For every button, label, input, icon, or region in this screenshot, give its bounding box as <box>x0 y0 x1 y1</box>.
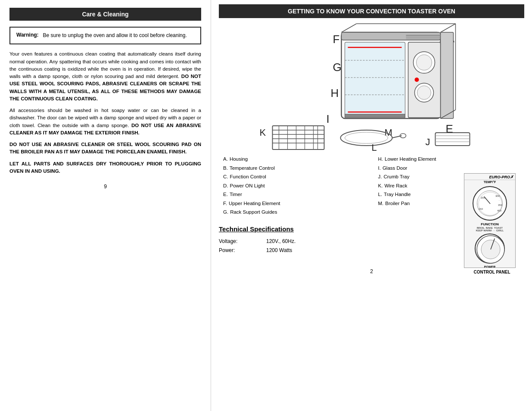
label-L-text: L <box>372 142 377 151</box>
paragraph-2: All accessories should be washed in hot … <box>9 107 201 137</box>
svg-text:400: 400 <box>497 209 502 212</box>
spec-value: 1200 Watts <box>266 246 292 255</box>
function-label: FUNCTION <box>464 222 515 226</box>
part-name: Housing <box>230 155 248 164</box>
control-panel-label: CONTROL PANEL <box>464 270 520 274</box>
part-item: B.Temperature Control <box>223 164 370 173</box>
part-name: Crumb Tray <box>383 173 409 181</box>
svg-rect-24 <box>273 126 324 149</box>
svg-point-36 <box>345 132 388 143</box>
paragraph-3: DO NOT USE AN ABRASIVE CLEANER OR STEEL … <box>9 141 201 156</box>
part-letter: D. <box>223 182 228 190</box>
part-item: A.Housing <box>223 155 370 164</box>
part-letter: I. <box>378 164 381 173</box>
part-item: I.Glass Door <box>378 164 525 173</box>
power-label-text: POWER <box>464 265 515 268</box>
label-E: E <box>446 122 453 135</box>
svg-point-20 <box>415 78 419 82</box>
part-letter: M. <box>378 199 384 208</box>
right-panel: GETTING TO KNOW YOUR CONVECTION TOASTER … <box>211 0 532 411</box>
spec-label: Voltage: <box>219 237 253 246</box>
svg-text:350: 350 <box>498 204 503 206</box>
svg-point-19 <box>417 86 431 100</box>
part-item: C.Function Control <box>223 173 370 181</box>
part-letter: L. <box>378 190 383 199</box>
part-letter: B. <box>223 164 228 173</box>
part-name: Broiler Pan <box>385 199 410 208</box>
svg-rect-9 <box>345 114 405 118</box>
svg-line-3 <box>342 24 357 32</box>
part-letter: A. <box>223 155 228 164</box>
svg-text:150: 150 <box>479 208 483 210</box>
right-bottom-area: A.HousingH.Lower Heating ElementB.Temper… <box>219 155 524 274</box>
temp-dial: 200 300 350 400 150 · · <box>473 186 507 221</box>
part-name: Timer <box>230 190 242 199</box>
part-name: Lower Heating Element <box>385 155 436 164</box>
part-name: Wire Rack <box>384 182 407 190</box>
svg-rect-2 <box>441 32 454 118</box>
part-name: Upper Heating Element <box>229 199 280 208</box>
label-I: I <box>327 112 330 125</box>
part-letter: E. <box>223 190 228 199</box>
oven-diagram-svg: F G H I A B C D E <box>219 22 524 151</box>
part-name: Function Control <box>230 173 266 181</box>
part-name: Glass Door <box>383 164 408 173</box>
part-item: E.Timer <box>223 190 370 199</box>
function-options2: KEEP WARM· ·GRILL <box>464 229 515 232</box>
part-name: Temperature Control <box>230 164 275 173</box>
spec-value: 120V., 60Hz. <box>266 237 296 246</box>
brand-label: EURO-PRO✗ <box>464 174 515 180</box>
part-letter: G. <box>223 208 228 217</box>
svg-line-4 <box>441 24 456 32</box>
part-item: D.Power ON Light <box>223 182 370 190</box>
paragraph-4: LET ALL PARTS AND SURFACES DRY THOROUGHL… <box>9 160 201 175</box>
part-name: Power ON Light <box>230 182 265 190</box>
part-name: Tray Handle <box>384 190 411 199</box>
warning-text: Be sure to unplug the oven and allow it … <box>43 32 187 39</box>
part-item: F.Upper Heating Element <box>223 199 370 208</box>
part-letter: J. <box>378 173 382 181</box>
part-letter: C. <box>223 173 228 181</box>
label-G: G <box>333 61 342 74</box>
warning-label: Warning: <box>16 32 39 38</box>
label-J-text: J <box>426 137 430 147</box>
paragraph-1: Your oven features a continuous clean co… <box>9 50 201 103</box>
oven-diagram-area: F G H I A B C D E <box>219 22 524 151</box>
svg-text:·: · <box>499 199 500 202</box>
spec-label: Power: <box>219 246 253 255</box>
part-name: Rack Support Guides <box>230 208 277 217</box>
label-K-text: K <box>260 127 266 138</box>
part-item: G.Rack Support Guides <box>223 208 370 217</box>
control-panel-image: EURO-PRO✗ TEMP/°F 200 300 350 400 150 · <box>464 173 516 268</box>
right-header: GETTING TO KNOW YOUR CONVECTION TOASTER … <box>219 4 524 18</box>
left-panel: Care & Cleaning Warning: Be sure to unpl… <box>0 0 211 411</box>
warning-box: Warning: Be sure to unplug the oven and … <box>9 27 201 44</box>
svg-text:·: · <box>477 202 478 205</box>
part-letter: F. <box>223 199 227 208</box>
control-panel-area: EURO-PRO✗ TEMP/°F 200 300 350 400 150 · <box>464 173 520 274</box>
part-letter: K. <box>378 182 383 190</box>
svg-line-51 <box>484 196 490 204</box>
svg-text:300: 300 <box>495 195 500 197</box>
label-H: H <box>331 87 339 100</box>
care-cleaning-header: Care & Cleaning <box>9 8 201 21</box>
function-dial <box>475 234 505 264</box>
svg-rect-8 <box>345 42 405 115</box>
temp-dial-inner: 200 300 350 400 150 · · <box>477 190 503 216</box>
temp-label: TEMP/°F <box>464 181 515 184</box>
label-F: F <box>333 33 340 46</box>
svg-point-17 <box>417 55 432 70</box>
part-letter: H. <box>378 155 383 164</box>
page-number-left: 9 <box>9 184 201 190</box>
part-item: H.Lower Heating Element <box>378 155 525 164</box>
